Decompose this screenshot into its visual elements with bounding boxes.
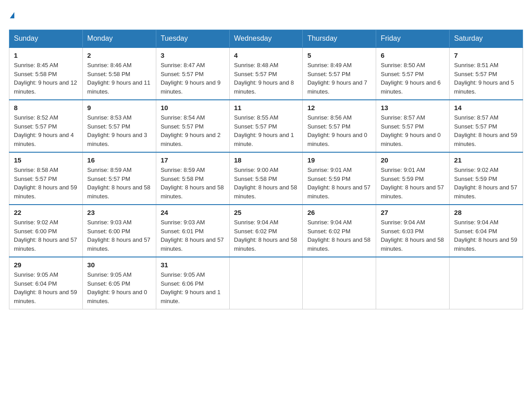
calendar-cell: 10 Sunrise: 8:54 AM Sunset: 5:57 PM Dayl…	[156, 100, 229, 152]
sunrise-label: Sunrise: 9:04 AM	[307, 219, 352, 226]
day-number: 17	[161, 156, 225, 164]
day-info: Sunrise: 9:05 AM Sunset: 6:04 PM Dayligh…	[14, 270, 78, 305]
calendar-cell: 3 Sunrise: 8:47 AM Sunset: 5:57 PM Dayli…	[156, 47, 229, 100]
day-info: Sunrise: 8:56 AM Sunset: 5:57 PM Dayligh…	[307, 113, 371, 148]
sunset-label: Sunset: 5:58 PM	[161, 176, 204, 182]
calendar-cell: 2 Sunrise: 8:46 AM Sunset: 5:58 PM Dayli…	[82, 47, 156, 100]
logo-triangle-icon	[10, 12, 14, 18]
day-header-friday: Friday	[376, 30, 450, 48]
day-number: 7	[454, 51, 518, 59]
daylight-label: Daylight: 9 hours and 8 minutes.	[234, 79, 294, 95]
week-row-3: 15 Sunrise: 8:58 AM Sunset: 5:57 PM Dayl…	[9, 152, 523, 205]
calendar-cell: 7 Sunrise: 8:51 AM Sunset: 5:57 PM Dayli…	[450, 47, 523, 100]
calendar-cell: 25 Sunrise: 9:04 AM Sunset: 6:02 PM Dayl…	[229, 205, 303, 257]
calendar-cell: 5 Sunrise: 8:49 AM Sunset: 5:57 PM Dayli…	[303, 47, 376, 100]
calendar-cell: 21 Sunrise: 9:02 AM Sunset: 5:59 PM Dayl…	[450, 152, 523, 205]
sunset-label: Sunset: 6:05 PM	[87, 280, 130, 287]
day-info: Sunrise: 8:49 AM Sunset: 5:57 PM Dayligh…	[307, 61, 371, 96]
day-info: Sunrise: 9:04 AM Sunset: 6:03 PM Dayligh…	[381, 218, 445, 253]
daylight-label: Daylight: 8 hours and 57 minutes.	[307, 184, 370, 200]
sunset-label: Sunset: 6:02 PM	[307, 228, 350, 235]
day-info: Sunrise: 9:00 AM Sunset: 5:58 PM Dayligh…	[234, 166, 298, 201]
day-number: 10	[161, 104, 225, 111]
calendar-cell: 28 Sunrise: 9:04 AM Sunset: 6:04 PM Dayl…	[450, 205, 523, 257]
day-number: 4	[234, 51, 298, 59]
sunset-label: Sunset: 5:57 PM	[87, 176, 130, 182]
day-header-thursday: Thursday	[303, 30, 376, 48]
daylight-label: Daylight: 8 hours and 59 minutes.	[14, 184, 77, 200]
sunrise-label: Sunrise: 8:47 AM	[161, 62, 205, 68]
calendar-cell: 8 Sunrise: 8:52 AM Sunset: 5:57 PM Dayli…	[9, 100, 83, 152]
sunset-label: Sunset: 5:57 PM	[307, 71, 350, 77]
sunset-label: Sunset: 5:57 PM	[161, 71, 204, 77]
sunset-label: Sunset: 5:57 PM	[381, 123, 424, 130]
daylight-label: Daylight: 8 hours and 57 minutes.	[381, 184, 444, 200]
sunrise-label: Sunrise: 8:49 AM	[307, 62, 352, 68]
day-number: 20	[381, 156, 445, 164]
day-info: Sunrise: 8:53 AM Sunset: 5:57 PM Dayligh…	[87, 113, 151, 148]
sunrise-label: Sunrise: 9:04 AM	[381, 219, 425, 226]
sunrise-label: Sunrise: 8:48 AM	[234, 62, 279, 68]
sunrise-label: Sunrise: 9:03 AM	[161, 219, 205, 226]
day-info: Sunrise: 8:55 AM Sunset: 5:57 PM Dayligh…	[234, 113, 298, 148]
day-info: Sunrise: 8:59 AM Sunset: 5:58 PM Dayligh…	[161, 166, 225, 201]
calendar-cell	[376, 257, 450, 309]
day-info: Sunrise: 9:01 AM Sunset: 5:59 PM Dayligh…	[307, 166, 371, 201]
sunset-label: Sunset: 5:57 PM	[234, 71, 277, 77]
sunset-label: Sunset: 5:58 PM	[14, 71, 57, 77]
day-info: Sunrise: 8:46 AM Sunset: 5:58 PM Dayligh…	[87, 61, 151, 96]
calendar-cell: 22 Sunrise: 9:02 AM Sunset: 6:00 PM Dayl…	[9, 205, 83, 257]
calendar-cell: 12 Sunrise: 8:56 AM Sunset: 5:57 PM Dayl…	[303, 100, 376, 152]
sunset-label: Sunset: 6:04 PM	[454, 228, 497, 235]
sunrise-label: Sunrise: 9:05 AM	[14, 271, 58, 278]
day-info: Sunrise: 9:04 AM Sunset: 6:02 PM Dayligh…	[307, 218, 371, 253]
calendar-cell: 17 Sunrise: 8:59 AM Sunset: 5:58 PM Dayl…	[156, 152, 229, 205]
calendar-cell: 30 Sunrise: 9:05 AM Sunset: 6:05 PM Dayl…	[82, 257, 156, 309]
calendar-cell: 13 Sunrise: 8:57 AM Sunset: 5:57 PM Dayl…	[376, 100, 450, 152]
day-number: 3	[161, 51, 225, 59]
day-info: Sunrise: 8:50 AM Sunset: 5:57 PM Dayligh…	[381, 61, 445, 96]
day-number: 2	[87, 51, 151, 59]
daylight-label: Daylight: 9 hours and 7 minutes.	[307, 79, 367, 95]
day-number: 23	[87, 209, 151, 216]
sunrise-label: Sunrise: 9:00 AM	[234, 167, 279, 173]
day-number: 15	[14, 156, 78, 164]
sunrise-label: Sunrise: 8:54 AM	[161, 114, 205, 121]
calendar-cell: 14 Sunrise: 8:57 AM Sunset: 5:57 PM Dayl…	[450, 100, 523, 152]
daylight-label: Daylight: 9 hours and 0 minutes.	[87, 289, 147, 304]
day-number: 31	[161, 261, 225, 269]
sunset-label: Sunset: 5:58 PM	[234, 176, 277, 182]
logo	[9, 9, 14, 21]
sunrise-label: Sunrise: 8:45 AM	[14, 62, 58, 68]
daylight-label: Daylight: 8 hours and 57 minutes.	[454, 184, 517, 200]
day-header-wednesday: Wednesday	[229, 30, 303, 48]
daylight-label: Daylight: 8 hours and 59 minutes.	[454, 132, 517, 147]
calendar-cell: 23 Sunrise: 9:03 AM Sunset: 6:00 PM Dayl…	[82, 205, 156, 257]
day-number: 28	[454, 209, 518, 216]
day-number: 14	[454, 104, 518, 111]
sunrise-label: Sunrise: 8:52 AM	[14, 114, 58, 121]
page-header	[9, 9, 523, 21]
calendar-cell: 19 Sunrise: 9:01 AM Sunset: 5:59 PM Dayl…	[303, 152, 376, 205]
sunset-label: Sunset: 6:02 PM	[234, 228, 277, 235]
sunrise-label: Sunrise: 8:46 AM	[87, 62, 132, 68]
sunset-label: Sunset: 5:57 PM	[454, 71, 497, 77]
day-info: Sunrise: 8:54 AM Sunset: 5:57 PM Dayligh…	[161, 113, 225, 148]
calendar-cell: 24 Sunrise: 9:03 AM Sunset: 6:01 PM Dayl…	[156, 205, 229, 257]
daylight-label: Daylight: 9 hours and 5 minutes.	[454, 79, 514, 95]
calendar-cell: 20 Sunrise: 9:01 AM Sunset: 5:59 PM Dayl…	[376, 152, 450, 205]
sunrise-label: Sunrise: 9:01 AM	[381, 167, 425, 173]
day-info: Sunrise: 8:51 AM Sunset: 5:57 PM Dayligh…	[454, 61, 518, 96]
calendar-cell: 31 Sunrise: 9:05 AM Sunset: 6:06 PM Dayl…	[156, 257, 229, 309]
sunset-label: Sunset: 5:57 PM	[87, 123, 130, 130]
day-number: 11	[234, 104, 298, 111]
day-info: Sunrise: 9:01 AM Sunset: 5:59 PM Dayligh…	[381, 166, 445, 201]
sunrise-label: Sunrise: 8:57 AM	[454, 114, 498, 121]
sunrise-label: Sunrise: 8:59 AM	[87, 167, 132, 173]
daylight-label: Daylight: 9 hours and 4 minutes.	[14, 132, 74, 147]
day-info: Sunrise: 8:47 AM Sunset: 5:57 PM Dayligh…	[161, 61, 225, 96]
week-row-1: 1 Sunrise: 8:45 AM Sunset: 5:58 PM Dayli…	[9, 47, 523, 100]
daylight-label: Daylight: 9 hours and 0 minutes.	[381, 132, 441, 147]
daylight-label: Daylight: 9 hours and 3 minutes.	[87, 132, 147, 147]
day-number: 19	[307, 156, 371, 164]
